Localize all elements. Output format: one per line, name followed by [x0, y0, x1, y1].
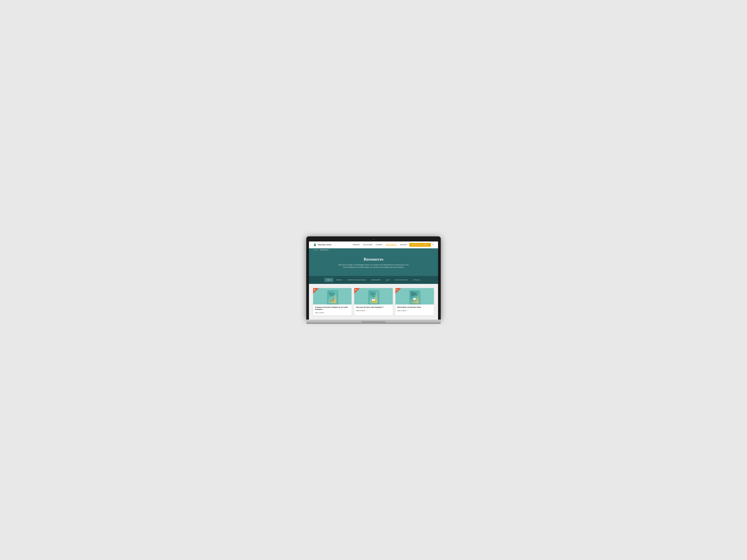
filter-webinaires[interactable]: WEBINAIRES: [369, 278, 383, 282]
card-1-book-title: 5 Sure-fire Ways to Ensure Your Analytic…: [329, 293, 336, 296]
card-3-body: Démocratiser vos données Cloud LIRE LA S…: [395, 304, 434, 313]
svg-point-14: [413, 298, 415, 300]
card-3-link-label: LIRE LA SUITE: [397, 310, 406, 311]
svg-point-17: [415, 300, 416, 301]
card-3-book: Comment démocratiser vos données Cloud: [409, 290, 420, 304]
hero-description: Découvrez nos blogs, nos témoignages cli…: [338, 264, 409, 268]
svg-rect-4: [332, 299, 332, 301]
filter-bar: TOUS EBOOKS RAPPORTS ANALYTIQUES WEBINAI…: [309, 276, 438, 284]
filter-ebooks[interactable]: EBOOKS: [334, 278, 344, 282]
card-1: ▣ 5 Sure-fire Ways to Ensure Your Analyt…: [313, 288, 352, 315]
macbook-notch: MacBook Pro: [362, 321, 385, 323]
content-area: ▣ 5 Sure-fire Ways to Ensure Your Analyt…: [309, 284, 438, 320]
svg-point-6: [333, 297, 334, 299]
svg-rect-5: [333, 298, 333, 301]
nav-solutions[interactable]: SOLUTIONS: [363, 244, 372, 245]
breadcrumb-current: RESSOURCES: [320, 249, 329, 250]
card-1-link-label: LIRE LA SUITE: [315, 312, 324, 314]
card-2-arrow: →: [366, 310, 367, 312]
card-3: ▣ Comment démocratiser vos données Cloud: [395, 288, 434, 315]
svg-rect-3: [331, 300, 331, 301]
card-2-book: Avez-vous les bons outils d'analytics ? …: [368, 290, 379, 304]
macbook-base: MacBook Pro: [306, 320, 441, 323]
svg-point-2: [314, 244, 315, 245]
svg-point-15: [413, 300, 414, 301]
card-2-book-graphic: [371, 298, 376, 302]
card-3-book-title: Comment démocratiser vos données Cloud: [411, 293, 418, 296]
card-3-tag-icon: ▣: [396, 289, 397, 290]
card-2-body: Avez-vous les bons outils d'analytics ? …: [354, 304, 393, 313]
card-1-book-graphic: [330, 297, 335, 302]
card-1-tag-icon: ▣: [314, 289, 315, 290]
logo[interactable]: TOUCAN TOCO: [313, 243, 332, 246]
screen-bezel: TOUCAN TOCO PRODUIT SOLUTIONS CLIENTS RE…: [306, 236, 441, 320]
nav-ressources[interactable]: RESSOURCES: [386, 244, 397, 246]
navbar: TOUCAN TOCO PRODUIT SOLUTIONS CLIENTS RE…: [309, 241, 438, 248]
cta-button[interactable]: TESTER GRATUITEMENT: [409, 243, 431, 247]
card-2-image: ▣ Avez-vous les bons outils d'analytics …: [354, 288, 393, 304]
filter-tous[interactable]: TOUS: [325, 278, 333, 282]
camera: [373, 239, 374, 240]
card-3-book-graphic: [412, 297, 417, 302]
nav-societe[interactable]: SOCIÉTÉ: [400, 244, 407, 245]
filter-rapports[interactable]: RAPPORTS ANALYTIQUES: [345, 278, 368, 282]
macbook-frame: TOUCAN TOCO PRODUIT SOLUTIONS CLIENTS RE…: [306, 236, 441, 324]
screen: TOUCAN TOCO PRODUIT SOLUTIONS CLIENTS RE…: [309, 241, 438, 320]
card-3-title: Démocratiser vos données Cloud: [397, 306, 432, 309]
svg-point-16: [414, 300, 415, 301]
card-3-image: ▣ Comment démocratiser vos données Cloud: [395, 288, 434, 304]
camera-row: [309, 239, 438, 240]
card-2-link-label: LIRE LA SUITE: [356, 310, 365, 311]
card-2-book-cover: Avez-vous les bons outils d'analytics ? …: [369, 292, 378, 303]
nav-clients[interactable]: CLIENTS: [376, 244, 383, 245]
macbook-foot: [306, 323, 441, 324]
card-1-image: ▣ 5 Sure-fire Ways to Ensure Your Analyt…: [313, 288, 352, 304]
logo-icon: [313, 243, 317, 246]
card-1-link[interactable]: LIRE LA SUITE →: [315, 312, 350, 314]
cards-grid: ▣ 5 Sure-fire Ways to Ensure Your Analyt…: [313, 288, 434, 315]
card-3-book-cover: Comment démocratiser vos données Cloud: [411, 292, 419, 303]
filter-articles[interactable]: ARTICLES: [411, 278, 422, 282]
svg-line-7: [334, 298, 334, 299]
hero-title: Ressources: [313, 257, 434, 262]
logo-text: TOUCAN TOCO: [318, 244, 332, 246]
card-1-book-cover: 5 Sure-fire Ways to Ensure Your Analytic…: [328, 292, 336, 303]
card-1-body: 5 manières de booster l'adoption de vos …: [313, 304, 352, 315]
card-2-title: Avez-vous les bons outils d'analytics ?: [356, 306, 391, 309]
hero-section: Ressources Découvrez nos blogs, nos témo…: [309, 251, 438, 276]
card-2-book-title: Avez-vous les bons outils d'analytics ? …: [370, 293, 377, 297]
card-1-title: 5 manières de booster l'adoption de vos …: [315, 306, 350, 311]
card-3-link[interactable]: LIRE LA SUITE →: [397, 310, 432, 312]
nav-produit[interactable]: PRODUIT: [353, 244, 360, 245]
card-2-tag-icon: ▣: [355, 289, 356, 290]
filter-quiz[interactable]: QUIZ: [384, 278, 391, 282]
card-3-arrow: →: [407, 310, 409, 312]
lang-selector[interactable]: Fr: [433, 244, 434, 245]
card-2-link[interactable]: LIRE LA SUITE →: [356, 310, 391, 312]
nav-links: PRODUIT SOLUTIONS CLIENTS RESSOURCES SOC…: [353, 244, 407, 246]
breadcrumb-separator: ›: [319, 249, 319, 250]
breadcrumb-home[interactable]: ACCUEIL: [313, 249, 318, 250]
card-1-book: 5 Sure-fire Ways to Ensure Your Analytic…: [327, 290, 338, 304]
svg-rect-9: [372, 299, 375, 301]
svg-point-12: [373, 298, 374, 299]
filter-outils[interactable]: OUTILS GRATUITS: [393, 278, 410, 282]
macbook-model-label: MacBook Pro: [370, 321, 377, 322]
card-2: ▣ Avez-vous les bons outils d'analytics …: [354, 288, 393, 315]
breadcrumb-bar: ACCUEIL › RESSOURCES: [309, 248, 438, 251]
card-1-arrow: →: [325, 312, 326, 314]
